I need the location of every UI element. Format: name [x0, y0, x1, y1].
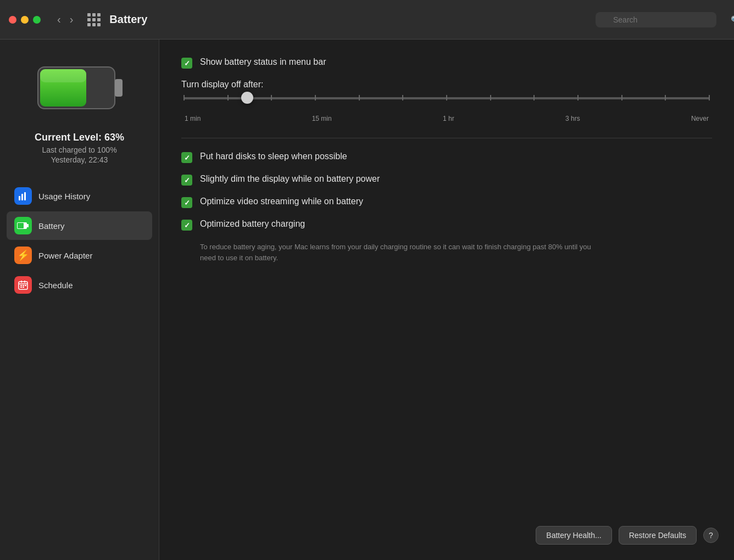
sidebar-nav: Usage History Battery ⚡ Power Adapter	[0, 182, 159, 300]
grid-dot	[87, 23, 91, 26]
video-stream-row: ✓ Optimize video streaming while on batt…	[181, 197, 712, 208]
svg-rect-12	[24, 281, 25, 283]
hard-disks-checkbox[interactable]: ✓	[181, 152, 192, 163]
svg-rect-17	[20, 287, 22, 288]
slider-section: Turn display off after:	[181, 80, 712, 122]
optimized-charging-description: To reduce battery aging, your Mac learns…	[200, 242, 596, 263]
sidebar: Current Level: 63% Last charged to 100% …	[0, 40, 159, 560]
show-battery-label: Show battery status in menu bar	[200, 57, 326, 67]
minimize-button[interactable]	[21, 16, 29, 24]
optimized-charging-checkbox[interactable]: ✓	[181, 220, 192, 231]
svg-rect-5	[21, 194, 23, 200]
sidebar-label-usage-history: Usage History	[38, 192, 90, 201]
sidebar-item-schedule[interactable]: Schedule	[7, 271, 152, 299]
optimized-charging-row: ✓ Optimized battery charging	[181, 219, 712, 231]
sidebar-label-power-adapter: Power Adapter	[38, 251, 92, 260]
checkmark-icon: ✓	[184, 221, 190, 229]
slider-mark-never: Never	[691, 115, 709, 122]
last-charged-text: Last charged to 100%	[35, 145, 124, 154]
bottom-bar: Battery Health... Restore Defaults ?	[536, 526, 719, 545]
slider-mark-15min: 15 min	[312, 115, 332, 122]
battery-nav-icon	[14, 217, 32, 234]
svg-rect-6	[24, 192, 26, 200]
grid-dot	[97, 13, 101, 16]
slider-mark-3hrs: 3 hrs	[565, 115, 580, 122]
battery-image	[36, 61, 124, 119]
hard-disks-row: ✓ Put hard disks to sleep when possible	[181, 152, 712, 163]
grid-dot	[97, 18, 101, 21]
titlebar: ‹ › Battery 🔍	[0, 0, 734, 40]
grid-menu-icon[interactable]	[87, 13, 101, 26]
content-area: ✓ Show battery status in menu bar Turn d…	[159, 40, 734, 560]
power-adapter-icon: ⚡	[14, 247, 32, 264]
sidebar-item-usage-history[interactable]: Usage History	[7, 182, 152, 210]
last-charged-time: Yesterday, 22:43	[35, 155, 124, 164]
svg-rect-15	[23, 285, 24, 286]
slider-wrapper: 1 min 15 min 1 hr 3 hrs Never	[181, 97, 712, 122]
display-off-label: Turn display off after:	[181, 80, 712, 89]
search-input[interactable]	[596, 12, 716, 27]
optimized-charging-label: Optimized battery charging	[200, 219, 305, 229]
dim-display-row: ✓ Slightly dim the display while on batt…	[181, 174, 712, 186]
battery-info: Current Level: 63% Last charged to 100% …	[35, 132, 124, 164]
svg-rect-4	[19, 196, 20, 200]
svg-rect-18	[23, 287, 24, 288]
checkmark-icon: ✓	[184, 154, 190, 162]
forward-button[interactable]: ›	[66, 11, 77, 28]
sidebar-item-battery[interactable]: Battery	[7, 211, 152, 240]
close-button[interactable]	[9, 16, 16, 24]
grid-dot	[87, 18, 91, 21]
window-controls	[9, 16, 41, 24]
grid-dot	[87, 13, 91, 16]
checkmark-icon: ✓	[184, 199, 190, 207]
hard-disks-label: Put hard disks to sleep when possible	[200, 152, 347, 161]
slider-thumb[interactable]	[241, 92, 253, 104]
svg-rect-14	[20, 285, 22, 286]
svg-rect-1	[115, 79, 123, 97]
show-battery-row: ✓ Show battery status in menu bar	[181, 57, 712, 69]
sidebar-item-power-adapter[interactable]: ⚡ Power Adapter	[7, 241, 152, 270]
svg-rect-8	[27, 224, 29, 227]
battery-icon-svg	[36, 61, 124, 116]
slider-mark-1min: 1 min	[185, 115, 201, 122]
dim-display-label: Slightly dim the display while on batter…	[200, 174, 380, 184]
checkmark-icon: ✓	[184, 176, 190, 184]
help-button[interactable]: ?	[703, 528, 719, 543]
sidebar-label-schedule: Schedule	[38, 281, 73, 290]
svg-rect-3	[40, 69, 86, 82]
svg-rect-9	[18, 223, 24, 228]
slider-track	[184, 97, 710, 99]
battery-level-text: Current Level: 63%	[35, 132, 124, 143]
divider-1	[181, 138, 712, 138]
usage-history-icon	[14, 187, 32, 205]
svg-rect-16	[25, 285, 26, 286]
main-layout: Current Level: 63% Last charged to 100% …	[0, 40, 734, 560]
maximize-button[interactable]	[33, 16, 41, 24]
schedule-icon	[14, 276, 32, 294]
restore-defaults-button[interactable]: Restore Defaults	[619, 526, 697, 545]
dim-display-checkbox[interactable]: ✓	[181, 175, 192, 186]
slider-mark-1hr: 1 hr	[443, 115, 454, 122]
back-button[interactable]: ‹	[54, 11, 64, 28]
grid-dot	[92, 23, 96, 26]
nav-arrows: ‹ ›	[54, 11, 76, 28]
show-battery-checkbox[interactable]: ✓	[181, 58, 192, 69]
slider-marks: 1 min 15 min 1 hr 3 hrs Never	[184, 115, 710, 122]
video-stream-label: Optimize video streaming while on batter…	[200, 197, 363, 206]
svg-rect-11	[21, 281, 22, 283]
battery-health-button[interactable]: Battery Health...	[536, 526, 611, 545]
sidebar-label-battery: Battery	[38, 221, 65, 231]
grid-dot	[97, 23, 101, 26]
checkmark-icon: ✓	[184, 59, 190, 68]
grid-dot	[92, 18, 96, 21]
page-title: Battery	[109, 13, 147, 26]
grid-dot	[92, 13, 96, 16]
video-stream-checkbox[interactable]: ✓	[181, 197, 192, 208]
search-icon: 🔍	[731, 15, 734, 24]
